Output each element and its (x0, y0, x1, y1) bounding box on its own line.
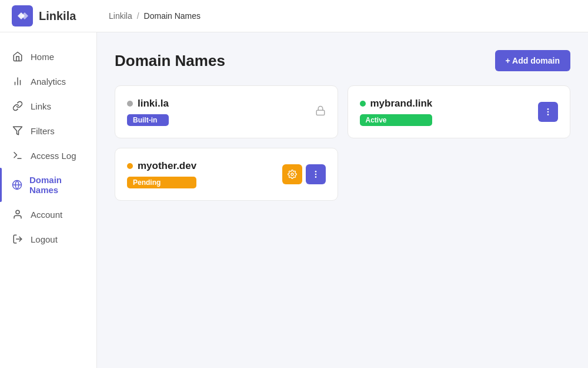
logout-icon (12, 234, 24, 244)
sidebar-item-links[interactable]: Links (0, 94, 96, 118)
domain-name-myother: myother.dev (138, 160, 196, 172)
svg-point-17 (315, 176, 316, 178)
domain-card-myother-dev: myother.dev Pending (115, 148, 338, 201)
svg-point-8 (16, 210, 19, 214)
link-icon (12, 101, 24, 111)
domain-left-myother: myother.dev Pending (127, 160, 196, 188)
badge-active: Active (360, 114, 433, 126)
sidebar-label-analytics: Analytics (31, 77, 66, 87)
svg-point-14 (291, 173, 293, 175)
sidebar-item-access-log[interactable]: Access Log (0, 143, 96, 168)
sidebar-label-home: Home (31, 52, 54, 62)
domain-name-row: mybrand.link (360, 98, 433, 110)
home-icon (12, 51, 24, 62)
breadcrumb-current: Domain Names (144, 11, 201, 21)
domain-cards-grid: linki.la Built-in mybrand.link (115, 85, 570, 201)
sidebar-label-logout: Logout (31, 234, 58, 244)
dots-button-mybrand[interactable] (538, 102, 558, 122)
globe-icon (12, 180, 22, 190)
domain-right-mybrand (538, 102, 558, 122)
status-dot-yellow (127, 163, 133, 169)
status-dot-green (360, 101, 366, 107)
sidebar-item-domain-names[interactable]: Domain Names (0, 168, 96, 202)
header: Linkila Linkila / Domain Names (0, 0, 588, 32)
gear-button-myother[interactable] (282, 164, 302, 184)
sidebar-item-account[interactable]: Account (0, 202, 96, 227)
domain-right-myother (282, 164, 326, 184)
add-domain-button[interactable]: + Add domain (495, 50, 570, 71)
logo-text: Linkila (39, 9, 76, 23)
sidebar-label-domain-names: Domain Names (29, 175, 85, 195)
sidebar-item-logout[interactable]: Logout (0, 227, 96, 251)
sidebar-item-home[interactable]: Home (0, 44, 96, 69)
sidebar-item-filters[interactable]: Filters (0, 118, 96, 143)
logo-area: Linkila (12, 5, 109, 26)
sidebar-label-account: Account (31, 210, 62, 220)
lock-icon (315, 105, 326, 118)
badge-pending: Pending (127, 177, 196, 188)
sidebar-label-filters: Filters (31, 126, 55, 136)
svg-rect-10 (316, 110, 325, 115)
page-header: Domain Names + Add domain (115, 50, 570, 71)
breadcrumb: Linkila / Domain Names (109, 11, 201, 21)
sidebar: Home Analytics Links Filters Access Log (0, 32, 97, 368)
domain-name-mybrand: mybrand.link (370, 98, 433, 110)
sidebar-label-links: Links (31, 101, 51, 111)
sidebar-label-access-log: Access Log (31, 151, 76, 161)
svg-point-13 (547, 114, 549, 115)
status-dot-gray (127, 101, 133, 107)
breadcrumb-parent[interactable]: Linkila (109, 11, 132, 21)
domain-right-linki-la (315, 105, 326, 118)
main-content: Domain Names + Add domain linki.la Built… (97, 32, 588, 368)
filter-icon (12, 125, 24, 136)
layout: Home Analytics Links Filters Access Log (0, 32, 588, 368)
user-icon (12, 209, 24, 220)
domain-left-linki-la: linki.la Built-in (127, 98, 169, 126)
svg-marker-4 (14, 127, 22, 135)
badge-builtin: Built-in (127, 114, 169, 126)
domain-card-mybrand-link: mybrand.link Active (348, 85, 571, 138)
svg-point-15 (315, 171, 316, 173)
domain-left-mybrand: mybrand.link Active (360, 98, 433, 126)
page-title: Domain Names (115, 52, 225, 70)
svg-point-16 (315, 174, 316, 175)
domain-name-row: linki.la (127, 98, 169, 110)
domain-name-linki-la: linki.la (138, 98, 169, 110)
domain-card-linki-la: linki.la Built-in (115, 85, 338, 138)
svg-point-12 (547, 111, 549, 113)
analytics-icon (12, 76, 24, 87)
sidebar-item-analytics[interactable]: Analytics (0, 69, 96, 94)
breadcrumb-separator: / (137, 11, 139, 21)
terminal-icon (12, 150, 24, 161)
svg-point-11 (547, 108, 549, 110)
logo-icon (12, 5, 33, 26)
domain-name-row: myother.dev (127, 160, 196, 172)
dots-button-myother[interactable] (306, 164, 326, 184)
